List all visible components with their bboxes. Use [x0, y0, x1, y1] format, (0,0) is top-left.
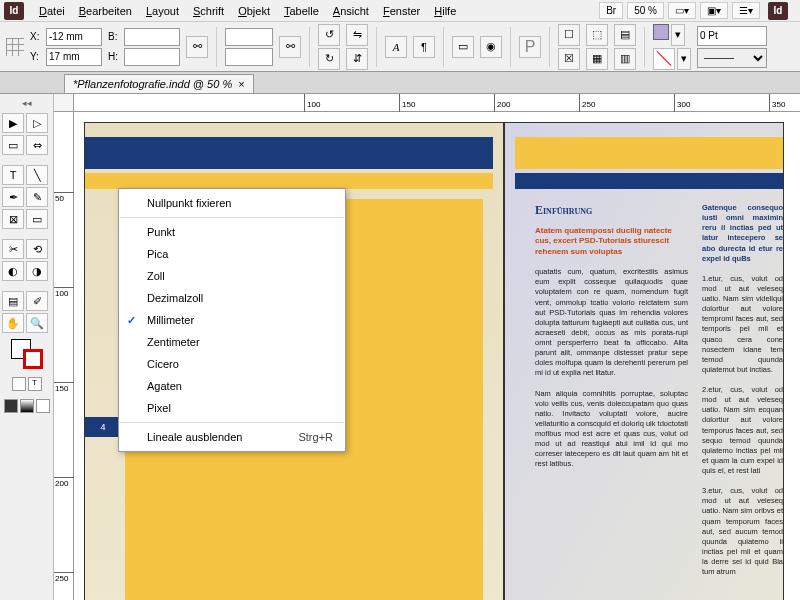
flip-v-icon[interactable]: ⇵ — [346, 48, 368, 70]
stroke-swatch[interactable] — [653, 48, 675, 70]
gradient-feather-tool[interactable]: ◑ — [26, 261, 48, 281]
scale-x-field[interactable] — [225, 28, 273, 46]
horizontal-ruler[interactable]: 100150200250300350 — [74, 94, 800, 112]
menu-ansicht[interactable]: Ansicht — [326, 2, 376, 20]
menu-datei[interactable]: Datei — [32, 2, 72, 20]
panel-collapse-icon[interactable]: ◂◂ — [2, 98, 51, 108]
note-tool[interactable]: ▤ — [2, 291, 24, 311]
hand-tool[interactable]: ✋ — [2, 313, 24, 333]
menu-fenster[interactable]: Fenster — [376, 2, 427, 20]
view-mode-icon[interactable]: ▭▾ — [668, 2, 696, 19]
select-content-icon[interactable]: ◉ — [480, 36, 502, 58]
ctx-zoll[interactable]: Zoll — [119, 265, 345, 287]
para-settings-icon[interactable]: P — [519, 36, 541, 58]
zoom-level[interactable]: 50 % — [627, 2, 664, 19]
pencil-tool[interactable]: ✎ — [26, 187, 48, 207]
x-field[interactable] — [46, 28, 102, 46]
rotate-ccw-icon[interactable]: ↺ — [318, 24, 340, 46]
page-tool[interactable]: ▭ — [2, 135, 24, 155]
ctx-agaten[interactable]: Agaten — [119, 375, 345, 397]
page-number-tab: 4 — [85, 417, 121, 437]
vertical-ruler[interactable]: 50100150200250 — [54, 112, 74, 600]
para-style-icon[interactable]: ¶ — [413, 36, 435, 58]
ctx-nullpunkt-fixieren[interactable]: Nullpunkt fixieren — [119, 192, 345, 214]
wrap-4-icon[interactable]: ▦ — [586, 48, 608, 70]
scale-y-field[interactable] — [225, 48, 273, 66]
eyedropper-tool[interactable]: ✐ — [26, 291, 48, 311]
direct-selection-tool[interactable]: ▷ — [26, 113, 48, 133]
fill-stroke-swatch[interactable] — [11, 339, 43, 367]
stroke-style-select[interactable]: ——— — [697, 48, 767, 68]
pen-tool[interactable]: ✒ — [2, 187, 24, 207]
flip-h-icon[interactable]: ⇋ — [346, 24, 368, 46]
line-tool[interactable]: ╲ — [26, 165, 48, 185]
wrap-1-icon[interactable]: ☐ — [558, 24, 580, 46]
select-container-icon[interactable]: ▭ — [452, 36, 474, 58]
y-field[interactable] — [46, 48, 102, 66]
wrap-5-icon[interactable]: ▤ — [614, 24, 636, 46]
left-header-bar — [85, 137, 493, 169]
menubar: Id Datei Bearbeiten Layout Schrift Objek… — [0, 0, 800, 22]
intro-text: Atatem quatempossi ducilig natecte cus, … — [535, 226, 688, 257]
fill-swatch[interactable] — [653, 24, 669, 40]
menu-bearbeiten[interactable]: Bearbeiten — [72, 2, 139, 20]
tab-close-icon[interactable]: × — [238, 78, 244, 90]
reference-point-icon[interactable] — [6, 38, 24, 56]
app-badge: Id — [768, 2, 788, 20]
body-col1-p2: Nam aliquia comnihitis porruptae, solupt… — [535, 389, 688, 470]
gradient-fill[interactable] — [20, 399, 34, 413]
wrap-2-icon[interactable]: ☒ — [558, 48, 580, 70]
constrain-icon[interactable]: ⚯ — [186, 36, 208, 58]
char-style-icon[interactable]: A — [385, 36, 407, 58]
transform-tool[interactable]: ⟲ — [26, 239, 48, 259]
menu-layout[interactable]: Layout — [139, 2, 186, 20]
zoom-tool[interactable]: 🔍 — [26, 313, 48, 333]
screen-mode-icon[interactable]: ▣▾ — [700, 2, 728, 19]
right-page[interactable]: Einführung Atatem quatempossi ducilig na… — [504, 122, 784, 600]
link-scale-icon[interactable]: ⚯ — [279, 36, 301, 58]
app-logo: Id — [4, 2, 24, 20]
menu-objekt[interactable]: Objekt — [231, 2, 277, 20]
arrange-icon[interactable]: ☰▾ — [732, 2, 760, 19]
section-title: Einführung — [535, 203, 688, 218]
apply-text[interactable]: T — [28, 377, 42, 391]
ctx-dezimalzoll[interactable]: Dezimalzoll — [119, 287, 345, 309]
left-accent-bar — [85, 173, 493, 189]
ctx-punkt[interactable]: Punkt — [119, 221, 345, 243]
document-tabs: *Pflanzenfotografie.indd @ 50 % × — [0, 72, 800, 94]
ctx-cicero[interactable]: Cicero — [119, 353, 345, 375]
menu-schrift[interactable]: Schrift — [186, 2, 231, 20]
ctx-lineale-ausblenden[interactable]: Lineale ausblendenStrg+R — [119, 426, 345, 448]
menu-tabelle[interactable]: Tabelle — [277, 2, 326, 20]
gap-tool[interactable]: ⇔ — [26, 135, 48, 155]
apply-color[interactable] — [12, 377, 26, 391]
gradient-swatch-tool[interactable]: ◐ — [2, 261, 24, 281]
type-tool[interactable]: T — [2, 165, 24, 185]
selection-tool[interactable]: ▶ — [2, 113, 24, 133]
bridge-button[interactable]: Br — [599, 2, 623, 19]
scissors-tool[interactable]: ✂ — [2, 239, 24, 259]
none-fill[interactable] — [36, 399, 50, 413]
col2-p2: 2.etur, cus, volut od mod ut aut veleseq… — [702, 385, 783, 476]
h-field[interactable] — [124, 48, 180, 66]
rect-tool[interactable]: ▭ — [26, 209, 48, 229]
stroke-dropdown-icon[interactable]: ▾ — [677, 48, 691, 70]
rotate-cw-icon[interactable]: ↻ — [318, 48, 340, 70]
ruler-origin[interactable] — [54, 94, 74, 112]
ctx-millimeter[interactable]: ✓Millimeter — [119, 309, 345, 331]
w-label: B: — [108, 31, 122, 42]
w-field[interactable] — [124, 28, 180, 46]
canvas[interactable]: 100150200250300350 50100150200250 ÜBERBL… — [54, 94, 800, 600]
menu-hilfe[interactable]: Hilfe — [427, 2, 463, 20]
ctx-zentimeter[interactable]: Zentimeter — [119, 331, 345, 353]
default-fill[interactable] — [4, 399, 18, 413]
ctx-pica[interactable]: Pica — [119, 243, 345, 265]
rect-frame-tool[interactable]: ⊠ — [2, 209, 24, 229]
doc-tab[interactable]: *Pflanzenfotografie.indd @ 50 % × — [64, 74, 254, 93]
ctx-pixel[interactable]: Pixel — [119, 397, 345, 419]
wrap-6-icon[interactable]: ▥ — [614, 48, 636, 70]
fill-dropdown-icon[interactable]: ▾ — [671, 24, 685, 46]
stroke-weight-field[interactable] — [697, 26, 767, 46]
wrap-3-icon[interactable]: ⬚ — [586, 24, 608, 46]
y-label: Y: — [30, 51, 44, 62]
